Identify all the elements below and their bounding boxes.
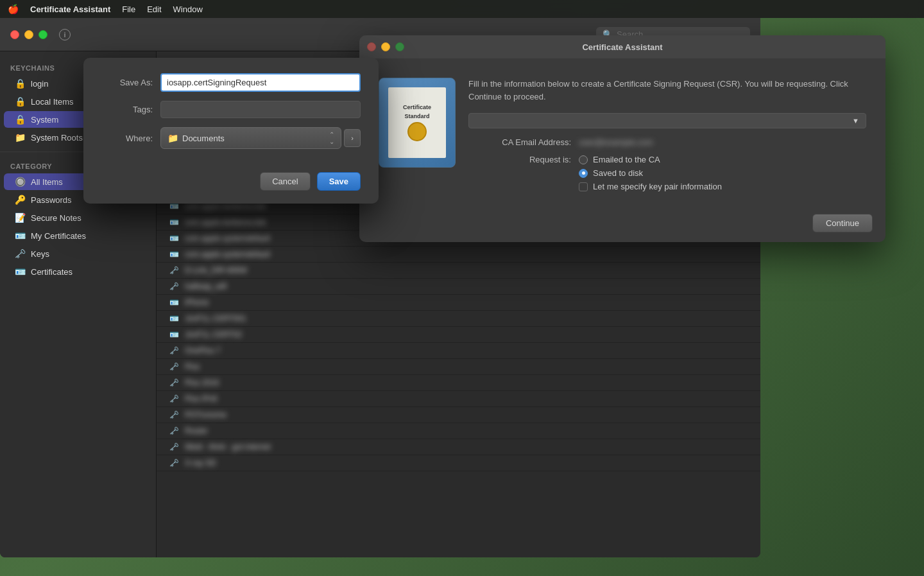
where-row: Where: 📁 Documents ⌃⌄ › (101, 127, 361, 149)
cert-row-icon-12: 🪪 (169, 330, 180, 339)
key-row-icon-15: 🗝️ (169, 378, 180, 387)
key-row-icon-14: 🗝️ (169, 362, 180, 371)
tags-input[interactable] (160, 101, 361, 118)
save-dialog-buttons: Cancel Save (83, 172, 379, 204)
where-chevron-icon: ⌃⌄ (329, 131, 334, 145)
key-row-icon-20: 🗝️ (169, 458, 180, 467)
list-item[interactable]: 🗝️ Wedi - think - got internet (157, 439, 760, 455)
where-label: Where: (101, 134, 153, 143)
list-item[interactable]: 🗝️ halfwap_wifi (157, 279, 760, 295)
cancel-button[interactable]: Cancel (260, 172, 310, 191)
list-item[interactable]: 🗝️ D-Link_DIR-806W (157, 263, 760, 279)
all-items-icon: 🔘 (14, 177, 26, 187)
radio-emailed-label: Emailed to the CA (593, 155, 660, 164)
radio-saved[interactable]: Saved to disk (579, 168, 722, 178)
ca-minimize-button[interactable] (381, 42, 390, 51)
ca-zoom-button[interactable] (395, 42, 404, 51)
key-row-icon-18: 🗝️ (169, 426, 180, 435)
minimize-button[interactable] (24, 30, 33, 39)
notes-icon: 📝 (14, 213, 26, 223)
blurred-row-name-9: halfwap_wifi (185, 282, 748, 291)
list-item[interactable]: 🗝️ OnePlus 7 (157, 343, 760, 359)
cert-assistant-traffic-lights (367, 42, 404, 51)
sidebar-item-my-certs[interactable]: 🪪 My Certificates (4, 227, 152, 244)
save-as-row: Save As: (101, 73, 361, 92)
save-as-input[interactable] (160, 73, 361, 92)
ca-email-label: CA Email Address: (468, 137, 571, 147)
radio-emailed-btn[interactable] (579, 155, 588, 164)
sidebar-label-login: login (31, 79, 48, 89)
list-item[interactable]: 🗝️ X-ray SD (157, 455, 760, 471)
checkbox-keypair[interactable]: Let me specify key pair information (579, 182, 722, 191)
radio-emailed[interactable]: Emailed to the CA (579, 155, 722, 164)
blurred-row-name-10: iPhone (185, 298, 748, 307)
zoom-button[interactable] (38, 30, 47, 39)
sidebar-item-secure-notes[interactable]: 📝 Secure Notes (4, 209, 152, 226)
cert-assistant-buttons: Continue (359, 204, 886, 242)
save-button[interactable]: Save (317, 172, 361, 191)
checkbox-keypair-label: Let me specify key pair information (593, 182, 722, 191)
request-type-group: Emailed to the CA Saved to disk Let me s… (579, 155, 722, 191)
where-select[interactable]: 📁 Documents ⌃⌄ (160, 127, 341, 149)
list-item[interactable]: 🪪 JonF1L.CERT001 (157, 311, 760, 327)
sidebar-label-all-items: All Items (31, 177, 63, 187)
traffic-lights (10, 30, 47, 39)
request-type-dropdown[interactable]: ▼ (468, 113, 866, 128)
menubar-file[interactable]: File (122, 4, 135, 14)
blurred-row-name-11: JonF1L.CERT001 (185, 314, 748, 323)
keys-icon: 🗝️ (14, 249, 26, 259)
ca-close-button[interactable] (367, 42, 376, 51)
tags-row: Tags: (101, 101, 361, 118)
apple-menu[interactable]: 🍎 (8, 4, 19, 14)
cert-assistant-title: Certificate Assistant (582, 42, 662, 52)
lock-icon-local: 🔒 (14, 96, 26, 107)
sidebar-item-certificates[interactable]: 🪪 Certificates (4, 263, 152, 280)
blurred-row-name-8: D-Link_DIR-806W (185, 266, 748, 275)
list-item[interactable]: 🪪 JonF1L.CERT02 (157, 327, 760, 343)
continue-button[interactable]: Continue (812, 214, 873, 232)
request-is-label: Request is: (468, 155, 571, 164)
menubar: 🍎 Certificate Assistant File Edit Window (0, 0, 924, 18)
list-item[interactable]: 🗝️ Plus IPv6 (157, 391, 760, 407)
folder-icon: 📁 (167, 133, 178, 143)
save-dialog: Save As: Tags: Where: 📁 Documents ⌃⌄ › (83, 58, 379, 204)
checkbox-keypair-btn[interactable] (579, 182, 588, 191)
close-button[interactable] (10, 30, 19, 39)
menubar-app-name[interactable]: Certificate Assistant (30, 4, 110, 14)
sidebar-label-secure-notes: Secure Notes (31, 213, 81, 223)
sidebar-label-local: Local Items (31, 97, 73, 107)
certificates-icon: 🪪 (14, 266, 26, 277)
cert-assistant-body: Certificate Standard Fill in the informa… (359, 58, 886, 204)
sidebar-label-my-certs: My Certificates (31, 231, 86, 241)
sidebar-label-certificates: Certificates (31, 267, 73, 277)
cert-row-icon-5: 🪪 (169, 218, 180, 227)
cert-row-icon-11: 🪪 (169, 314, 180, 323)
where-select-container: 📁 Documents ⌃⌄ › (160, 127, 361, 149)
menubar-window[interactable]: Window (173, 4, 203, 14)
key-row-icon-17: 🗝️ (169, 410, 180, 419)
menubar-edit[interactable]: Edit (147, 4, 161, 14)
save-dialog-body: Save As: Tags: Where: 📁 Documents ⌃⌄ › (83, 58, 379, 172)
info-button[interactable]: i (59, 29, 71, 40)
cert-big-icon: Certificate Standard (379, 78, 456, 168)
cert-assistant-window: Certificate Assistant Certificate Standa… (359, 35, 886, 242)
blurred-row-name-13: OnePlus 7 (185, 346, 748, 355)
list-item[interactable]: 🪪 iPhone (157, 295, 760, 311)
sidebar-item-keys[interactable]: 🗝️ Keys (4, 245, 152, 262)
blurred-row-name-7: com.apple.systemdefault (185, 250, 748, 259)
tags-label: Tags: (101, 105, 153, 114)
radio-saved-btn[interactable] (579, 169, 588, 178)
list-item[interactable]: 🗝️ Plus 2016 (157, 375, 760, 391)
list-item[interactable]: 🪪 com.apple.systemdefault (157, 247, 760, 263)
cert-assistant-titlebar: Certificate Assistant (359, 35, 886, 58)
key-row-icon-8: 🗝️ (169, 266, 180, 275)
ca-email-value: user@example.com (579, 137, 866, 147)
list-item[interactable]: 🗝️ Plus (157, 359, 760, 375)
list-item[interactable]: 🗝️ Router (157, 423, 760, 439)
key-row-icon-9: 🗝️ (169, 282, 180, 291)
list-item[interactable]: 🗝️ POTronome (157, 407, 760, 423)
sidebar-label-keys: Keys (31, 249, 49, 259)
where-expand-button[interactable]: › (344, 129, 361, 147)
cert-row-icon-10: 🪪 (169, 298, 180, 307)
key-row-icon-13: 🗝️ (169, 346, 180, 355)
